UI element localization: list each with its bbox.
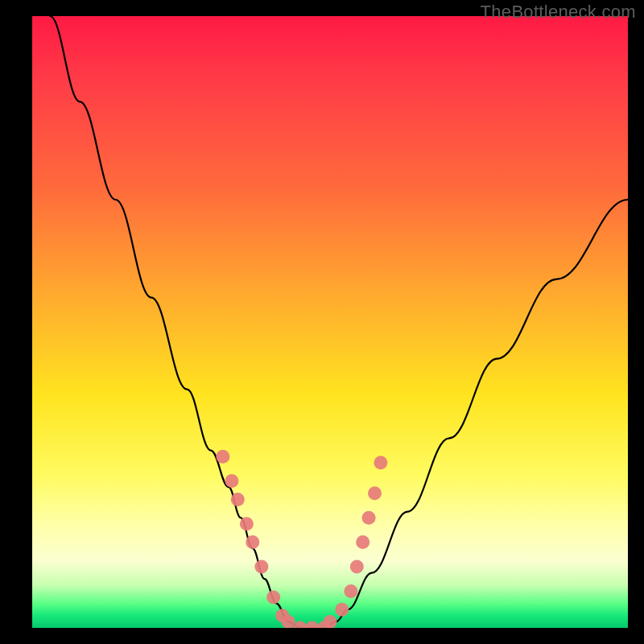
svg-point-15	[350, 560, 364, 574]
svg-point-19	[374, 456, 387, 469]
svg-point-17	[362, 511, 376, 525]
svg-point-5	[254, 560, 268, 574]
chart-frame: TheBottleneck.com	[0, 0, 644, 644]
watermark-label: TheBottleneck.com	[481, 2, 636, 23]
svg-point-12	[324, 615, 337, 628]
svg-point-1	[225, 474, 238, 488]
svg-point-14	[344, 584, 357, 598]
svg-point-3	[240, 517, 254, 530]
svg-point-13	[335, 603, 349, 617]
svg-point-2	[231, 493, 245, 506]
svg-point-16	[356, 535, 369, 549]
plot-area	[32, 16, 628, 628]
svg-point-4	[246, 535, 259, 549]
curve-line	[50, 16, 628, 628]
curve-svg	[32, 16, 628, 628]
svg-point-10	[305, 621, 319, 629]
svg-point-9	[294, 621, 308, 629]
marker-dots	[216, 450, 387, 628]
svg-point-6	[266, 591, 280, 605]
svg-point-0	[216, 450, 229, 464]
svg-point-18	[368, 486, 382, 500]
